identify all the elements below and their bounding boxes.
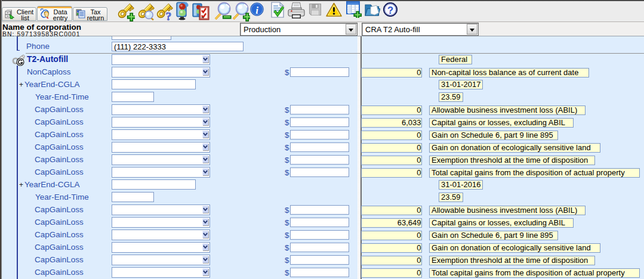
svg-text:i: i: [255, 5, 258, 16]
svg-text:?: ?: [387, 5, 393, 16]
svg-text:?: ?: [166, 10, 172, 21]
